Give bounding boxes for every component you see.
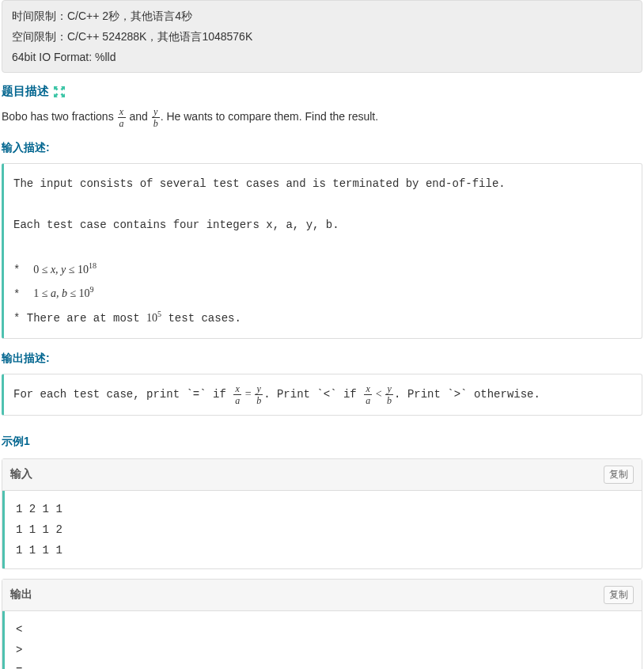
example-input-box: 输入 复制 1 2 1 1 1 1 1 2 1 1 1 1 bbox=[2, 458, 642, 569]
out-p2: . Print `<` if bbox=[263, 388, 363, 401]
output-description-title: 输出描述: bbox=[2, 352, 642, 366]
fraction-xa-3: xa bbox=[364, 384, 372, 405]
constraint-1: 0 ≤ x, y ≤ 1018 bbox=[33, 264, 97, 276]
input-line2: Each test case contains four integers x,… bbox=[13, 219, 339, 231]
constraint-3c: test cases. bbox=[161, 312, 241, 325]
out-lt: < bbox=[373, 388, 385, 400]
fraction-yb-2: yb bbox=[255, 384, 263, 405]
fraction-yb-3: yb bbox=[385, 384, 393, 405]
limits-box: 时间限制：C/C++ 2秒，其他语言4秒 空间限制：C/C++ 524288K，… bbox=[2, 0, 642, 73]
input-description-title: 输入描述: bbox=[2, 141, 642, 155]
problem-part1: Bobo has two fractions bbox=[2, 110, 117, 123]
out-p1: For each test case, print `=` if bbox=[13, 388, 233, 401]
fraction-yb: yb bbox=[152, 107, 160, 128]
example-title: 示例1 bbox=[2, 435, 642, 449]
output-description-box: For each test case, print `=` if xa = yb… bbox=[2, 374, 642, 416]
problem-description-title: 题目描述 bbox=[2, 84, 642, 99]
out-eq: = bbox=[242, 388, 254, 400]
problem-part2: . He wants to compare them. Find the res… bbox=[161, 110, 378, 123]
input-description-box: The input consists of several test cases… bbox=[2, 163, 642, 339]
problem-and: and bbox=[127, 110, 151, 123]
out-p3: . Print `>` otherwise. bbox=[394, 388, 540, 401]
example-output-box: 输出 复制 < > = bbox=[2, 579, 642, 669]
input-line1: The input consists of several test cases… bbox=[13, 177, 506, 190]
time-limit: 时间限制：C/C++ 2秒，其他语言4秒 bbox=[12, 6, 632, 26]
constraint-3a: * There are at most bbox=[13, 312, 146, 325]
constraint-2: 1 ≤ a, b ≤ 109 bbox=[33, 287, 93, 299]
space-limit: 空间限制：C/C++ 524288K，其他语言1048576K bbox=[12, 26, 632, 47]
example-input-header: 输入 复制 bbox=[2, 459, 642, 491]
output-label: 输出 bbox=[10, 587, 32, 602]
section-title-text: 题目描述 bbox=[2, 84, 49, 99]
example-output-body: < > = bbox=[2, 611, 642, 669]
fraction-xa-2: xa bbox=[233, 384, 241, 405]
copy-output-button[interactable]: 复制 bbox=[604, 586, 634, 604]
copy-input-button[interactable]: 复制 bbox=[604, 466, 634, 484]
example-output-header: 输出 复制 bbox=[2, 580, 642, 611]
fullscreen-icon[interactable] bbox=[54, 86, 65, 97]
fraction-xa: xa bbox=[118, 107, 126, 128]
constraint-3-num: 105 bbox=[146, 312, 161, 324]
input-label: 输入 bbox=[10, 467, 32, 481]
io64-format: 64bit IO Format: %lld bbox=[12, 47, 632, 67]
example-input-body: 1 2 1 1 1 1 1 2 1 1 1 1 bbox=[2, 491, 642, 568]
problem-statement: Bobo has two fractions xa and yb. He wan… bbox=[2, 107, 642, 128]
